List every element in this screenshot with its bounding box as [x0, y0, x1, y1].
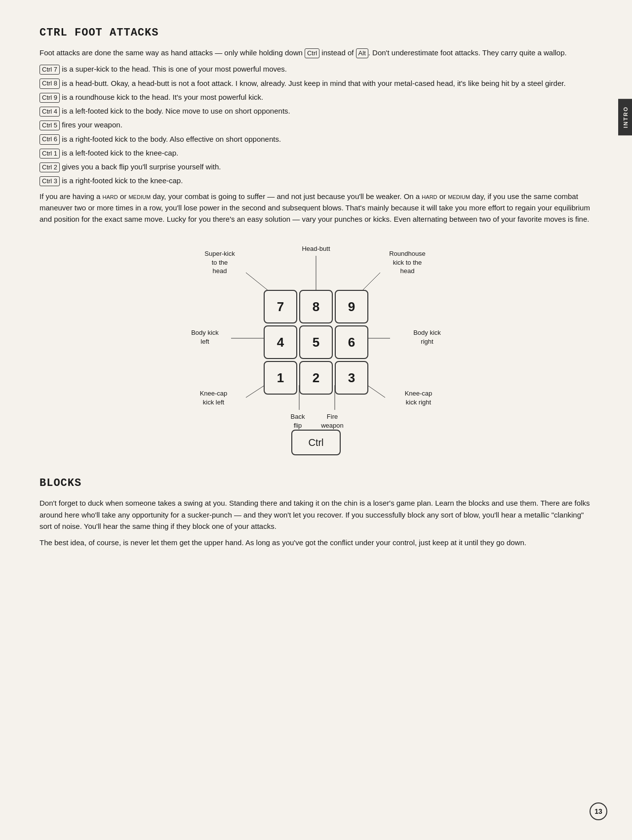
key-item-ctrl7: Ctrl 7 is a super-kick to the head. This… — [40, 63, 592, 75]
key-item-ctrl5: Ctrl 5 fires your weapon. — [40, 119, 592, 130]
key-item-ctrl8: Ctrl 8 is a head-butt. Okay, a head-butt… — [40, 78, 592, 89]
key-2: 2 — [299, 361, 333, 395]
blocks-heading-text: BLOCKS — [40, 477, 81, 489]
ctrl-foot-attacks-section: CTRL FOOT ATTACKS Foot attacks are done … — [40, 25, 592, 225]
hard-medium-paragraph: If you are having a hard or medium day, … — [40, 191, 592, 225]
key-item-ctrl4: Ctrl 4 is a left-footed kick to the body… — [40, 105, 592, 117]
key-item-ctrl3: Ctrl 3 is a right-footed kick to the kne… — [40, 175, 592, 186]
label-body-kick-left: Body kickleft — [183, 328, 227, 346]
ctrl-heading-text: CTRL FOOT ATTACKS — [40, 27, 158, 39]
ctrl-big-label: Ctrl — [308, 435, 323, 450]
blocks-paragraph-1: Don't forget to duck when someone takes … — [40, 497, 592, 532]
alt-key-inline: Alt — [356, 48, 368, 58]
label-back-flip: Backflip — [280, 412, 315, 430]
key-ctrl2: Ctrl 2 — [40, 162, 60, 172]
label-kneecap-right: Knee-capkick right — [397, 389, 439, 406]
key-9: 9 — [335, 290, 368, 323]
page-number-text: 13 — [594, 806, 602, 817]
numpad-grid: 7 8 9 4 5 6 1 2 3 — [264, 290, 368, 395]
label-head-butt: Head-butt — [299, 244, 333, 253]
blocks-heading: BLOCKS — [40, 475, 592, 491]
key-item-ctrl6: Ctrl 6 is a right-footed kick to the bod… — [40, 133, 592, 145]
key-8: 8 — [299, 290, 333, 323]
ctrl-big-key: Ctrl — [291, 430, 341, 455]
page-wrapper: INTRO CTRL FOOT ATTACKS Foot attacks are… — [0, 0, 632, 840]
key-ctrl8: Ctrl 8 — [40, 79, 60, 88]
key-7: 7 — [264, 290, 297, 323]
key-ctrl9: Ctrl 9 — [40, 93, 60, 103]
label-roundhouse: Roundhousekick to thehead — [385, 249, 430, 276]
label-kneecap-left: Knee-capkick left — [193, 389, 235, 406]
key-3: 3 — [335, 361, 368, 395]
key-ctrl1: Ctrl 1 — [40, 149, 60, 159]
key-ctrl4: Ctrl 4 — [40, 107, 60, 117]
key-ctrl7: Ctrl 7 — [40, 65, 60, 75]
key-ctrl3: Ctrl 3 — [40, 176, 60, 186]
ctrl-intro-paragraph: Foot attacks are done the same way as ha… — [40, 47, 592, 58]
blocks-section: BLOCKS Don't forget to duck when someone… — [40, 475, 592, 548]
key-item-ctrl1: Ctrl 1 is a left-footed kick to the knee… — [40, 147, 592, 159]
key-6: 6 — [335, 325, 368, 359]
numpad-diagram: 7 8 9 4 5 6 1 2 3 Super-kickto thehead H… — [173, 242, 459, 425]
key-item-ctrl9: Ctrl 9 is a roundhouse kick to the head.… — [40, 91, 592, 103]
side-tab-label: INTRO — [623, 106, 629, 128]
key-ctrl5: Ctrl 5 — [40, 120, 60, 130]
key-ctrl6: Ctrl 6 — [40, 134, 60, 144]
key-list: Ctrl 7 is a super-kick to the head. This… — [40, 63, 592, 186]
key-4: 4 — [264, 325, 297, 359]
key-1: 1 — [264, 361, 297, 395]
side-tab: INTRO — [618, 99, 632, 135]
key-item-ctrl2: Ctrl 2 gives you a back flip you'll surp… — [40, 161, 592, 172]
numpad-grid-wrapper: 7 8 9 4 5 6 1 2 3 — [264, 290, 368, 395]
label-fire-weapon: Fireweapon — [315, 412, 350, 430]
ctrl-heading: CTRL FOOT ATTACKS — [40, 25, 592, 41]
page-number: 13 — [590, 802, 607, 820]
ctrl-key-inline: Ctrl — [305, 48, 319, 58]
blocks-paragraph-2: The best idea, of course, is never let t… — [40, 537, 592, 548]
key-5: 5 — [299, 325, 333, 359]
label-super-kick: Super-kickto thehead — [198, 249, 242, 276]
diagram-container: 7 8 9 4 5 6 1 2 3 Super-kickto thehead H… — [40, 242, 592, 455]
label-body-kick-right: Body kickright — [405, 328, 449, 346]
